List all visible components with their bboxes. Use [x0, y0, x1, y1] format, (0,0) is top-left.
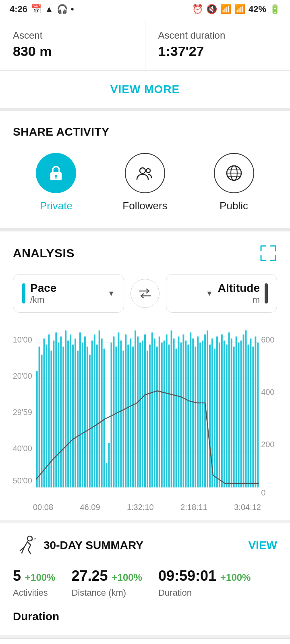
swap-button[interactable] — [130, 279, 160, 308]
private-icon-circle[interactable] — [36, 153, 76, 193]
share-option-private[interactable]: Private — [36, 153, 76, 212]
svg-rect-56 — [113, 336, 114, 487]
distance-label: Distance (km) — [71, 588, 142, 598]
svg-rect-74 — [156, 347, 158, 487]
share-option-public[interactable]: Public — [214, 153, 254, 212]
svg-rect-110 — [243, 334, 244, 487]
battery-display: 42% — [249, 4, 266, 14]
svg-rect-52 — [104, 349, 105, 487]
share-option-followers[interactable]: Followers — [122, 153, 167, 212]
x-axis-labels: 00:08 46:09 1:32:10 2:18:11 3:04:12 — [13, 500, 277, 520]
svg-rect-41 — [77, 351, 79, 487]
x-label-2: 1:32:10 — [127, 503, 154, 512]
svg-text:10'00: 10'00 — [13, 335, 32, 344]
svg-rect-34 — [60, 336, 62, 487]
svg-rect-69 — [144, 334, 146, 487]
x-label-0: 00:08 — [33, 503, 53, 512]
svg-rect-108 — [238, 343, 240, 487]
followers-icon-circle[interactable] — [125, 153, 165, 193]
view-more-section[interactable]: VIEW MORE — [0, 71, 290, 111]
svg-rect-107 — [236, 336, 237, 487]
svg-text:20'00: 20'00 — [13, 372, 32, 380]
svg-rect-71 — [149, 345, 151, 487]
svg-rect-80 — [171, 330, 172, 487]
svg-rect-35 — [62, 347, 64, 487]
svg-rect-50 — [99, 330, 100, 487]
activities-label: Activities — [13, 588, 55, 598]
ascent-label: Ascent — [13, 30, 132, 41]
svg-rect-59 — [120, 341, 122, 487]
pace-chevron: ▼ — [108, 289, 115, 298]
public-icon-circle[interactable] — [214, 153, 254, 193]
svg-rect-45 — [87, 347, 88, 487]
svg-rect-61 — [125, 334, 126, 487]
altitude-control[interactable]: Altitude m ▼ — [166, 274, 277, 313]
summary-header-left: ↑² 30-DAY SUMMARY — [13, 535, 143, 555]
svg-point-3 — [140, 168, 145, 173]
svg-rect-44 — [84, 336, 86, 487]
svg-rect-87 — [187, 345, 189, 487]
svg-rect-24 — [36, 371, 38, 487]
svg-rect-99 — [216, 336, 218, 487]
svg-rect-105 — [231, 339, 232, 487]
svg-rect-70 — [147, 351, 148, 487]
alarm-icon: ⏰ — [192, 4, 203, 14]
summary-view-link[interactable]: VIEW — [248, 539, 277, 552]
view-more-button[interactable]: VIEW MORE — [110, 83, 180, 96]
summary-section: ↑² 30-DAY SUMMARY VIEW 5 +100% Activitie… — [0, 523, 290, 635]
svg-rect-112 — [247, 345, 249, 487]
svg-rect-78 — [166, 334, 168, 487]
svg-rect-58 — [118, 332, 119, 487]
svg-point-4 — [146, 169, 150, 173]
svg-text:0: 0 — [261, 488, 265, 497]
nav-icon-status: ▲ — [45, 4, 54, 14]
altitude-unit: m — [218, 295, 260, 305]
svg-rect-83 — [178, 336, 180, 487]
pace-control[interactable]: Pace /km ▼ — [13, 274, 124, 313]
svg-rect-62 — [127, 345, 129, 487]
activities-value-row: 5 +100% — [13, 568, 55, 584]
expand-icon[interactable] — [259, 244, 277, 262]
ascent-duration-label: Ascent duration — [158, 30, 278, 41]
svg-text:400: 400 — [261, 388, 274, 396]
svg-rect-49 — [96, 345, 98, 487]
svg-rect-38 — [70, 334, 71, 487]
pace-metric-info: Pace /km — [30, 282, 56, 305]
svg-rect-42 — [79, 332, 81, 487]
svg-rect-100 — [219, 343, 220, 487]
svg-rect-93 — [202, 341, 203, 487]
summary-title: 30-DAY SUMMARY — [44, 539, 143, 552]
svg-rect-91 — [197, 336, 199, 487]
svg-rect-95 — [207, 330, 208, 487]
svg-rect-92 — [199, 343, 201, 487]
svg-text:600: 600 — [261, 335, 274, 344]
svg-rect-116 — [257, 343, 259, 487]
svg-rect-113 — [250, 339, 251, 487]
svg-rect-104 — [228, 332, 230, 487]
svg-rect-36 — [65, 330, 66, 487]
svg-text:↑²: ↑² — [31, 537, 36, 543]
altitude-chevron: ▼ — [206, 289, 213, 298]
analysis-header: ANALYSIS — [13, 244, 277, 262]
svg-rect-96 — [209, 345, 211, 487]
followers-label: Followers — [122, 200, 167, 212]
distance-value-row: 27.25 +100% — [71, 568, 142, 584]
x-label-3: 2:18:11 — [180, 503, 207, 512]
svg-rect-37 — [67, 341, 69, 487]
svg-rect-111 — [245, 330, 246, 487]
distance-stat: 27.25 +100% Distance (km) — [71, 568, 142, 598]
svg-rect-64 — [132, 347, 134, 487]
x-label-4: 3:04:12 — [234, 503, 261, 512]
duration-count: 09:59:01 — [158, 568, 216, 584]
activities-count: 5 — [13, 568, 21, 584]
svg-rect-114 — [252, 347, 254, 487]
runner-icon: ↑² — [13, 535, 37, 555]
svg-rect-46 — [89, 355, 91, 487]
summary-header: ↑² 30-DAY SUMMARY VIEW — [13, 535, 277, 555]
svg-rect-26 — [41, 355, 43, 487]
svg-rect-98 — [214, 349, 215, 487]
status-right: ⏰ 🔇 📶 📶 42% 🔋 — [192, 4, 280, 14]
svg-rect-39 — [72, 345, 74, 487]
svg-rect-79 — [168, 345, 170, 487]
analysis-title: ANALYSIS — [13, 246, 75, 260]
